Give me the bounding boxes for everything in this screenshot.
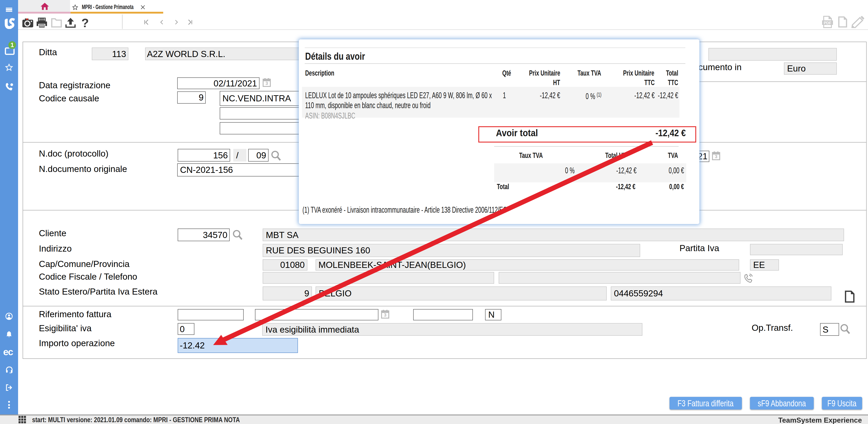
svg-text:3: 3 bbox=[266, 81, 268, 86]
svg-text:PDF: PDF bbox=[824, 21, 831, 25]
svg-text:3: 3 bbox=[715, 154, 717, 159]
svg-text:1: 1 bbox=[10, 41, 14, 49]
svg-text:3: 3 bbox=[384, 312, 386, 317]
